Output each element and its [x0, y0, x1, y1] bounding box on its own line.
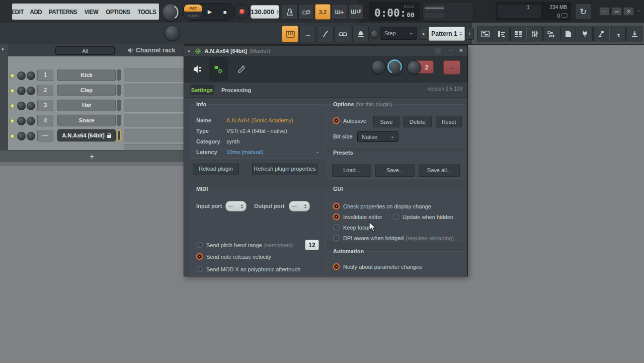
cpu-memory-panel[interactable]: 1 234 MB 0: [496, 2, 571, 21]
channel-number-button[interactable]: 2: [37, 84, 53, 96]
latency-expand-icon[interactable]: ▸: [316, 150, 319, 155]
channel-number-button[interactable]: —: [37, 129, 53, 141]
tab-processing[interactable]: Processing: [218, 85, 254, 95]
channel-name-button[interactable]: A.N.Ax64 [64bit]: [57, 129, 116, 141]
processing-tools-button[interactable]: [231, 57, 251, 81]
plugin-minimize-button[interactable]: −: [449, 47, 452, 53]
countdown-before-recording-button[interactable]: 3.2: [315, 4, 331, 20]
step-area[interactable]: [124, 129, 191, 143]
step-area[interactable]: [124, 99, 191, 113]
pattern-play-button[interactable]: ▸: [420, 28, 428, 40]
channel-rack-button[interactable]: [510, 26, 526, 42]
channel-number-button[interactable]: 1: [37, 69, 53, 81]
invalidate-editor-checkbox[interactable]: [333, 213, 340, 220]
song-mode-button[interactable]: SONG: [184, 12, 202, 19]
channel-pan-knob[interactable]: [17, 87, 26, 95]
sync-refresh-button[interactable]: ↻: [575, 4, 591, 20]
step-edit-button[interactable]: [352, 26, 369, 42]
add-channel-button[interactable]: +: [0, 150, 184, 163]
play-button[interactable]: ▶: [202, 5, 217, 19]
mixer-button[interactable]: [527, 26, 543, 42]
pan-knob[interactable]: [371, 60, 385, 74]
name-value[interactable]: A.N.Ax64 (Sonic Academy): [226, 117, 293, 123]
menu-file[interactable]: FILE: [0, 8, 5, 16]
plugin-gear-icon[interactable]: [195, 48, 201, 54]
detach-button[interactable]: [435, 48, 441, 54]
autosave-checkbox[interactable]: [333, 117, 340, 124]
shuttle-knob[interactable]: [165, 25, 180, 41]
step-area[interactable]: [124, 114, 191, 128]
plugin-editor-button[interactable]: [188, 57, 207, 81]
channel-number-button[interactable]: 4: [37, 114, 53, 126]
plugin-picker-button[interactable]: [577, 26, 593, 42]
step-area[interactable]: [124, 84, 191, 98]
plugin-collapse-icon[interactable]: ▸: [188, 48, 191, 53]
pattern-mode-button[interactable]: PAT: [184, 5, 202, 12]
channel-select-indicator[interactable]: [117, 130, 121, 141]
channel-enable-led[interactable]: [10, 104, 15, 108]
step-mode-dropdown[interactable]: Step ▸: [380, 27, 417, 40]
output-monitor-panel[interactable]: [422, 2, 473, 22]
close-button[interactable]: ✕: [623, 7, 634, 16]
touch-controller-button[interactable]: [610, 26, 626, 42]
refresh-plugin-properties-button[interactable]: Refresh plugin properties: [252, 162, 317, 175]
dpi-aware-checkbox[interactable]: [333, 235, 340, 241]
stop-button[interactable]: ■: [217, 5, 232, 19]
channel-pan-knob[interactable]: [17, 117, 26, 125]
menu-add[interactable]: ADD: [30, 8, 41, 16]
pitch-bend-value[interactable]: 12: [305, 240, 319, 250]
toolbar-overflow-chevron[interactable]: ›: [638, 8, 639, 14]
channel-enable-led[interactable]: [10, 119, 15, 123]
blend-knob[interactable]: [370, 30, 379, 38]
step-area[interactable]: [124, 68, 191, 83]
channel-vol-knob[interactable]: [27, 71, 35, 80]
track-button[interactable]: ---: [443, 60, 460, 75]
channel-rack-title[interactable]: Channel rack: [136, 47, 176, 54]
pat-song-toggle[interactable]: PAT SONG: [184, 5, 202, 19]
playlist-button[interactable]: [477, 26, 493, 42]
mod-x-checkbox[interactable]: [196, 266, 203, 272]
notify-parameter-checkbox[interactable]: [333, 263, 340, 270]
browser-button[interactable]: [543, 26, 559, 42]
record-button[interactable]: [234, 4, 250, 19]
typing-keyboard-panel-button[interactable]: [626, 26, 642, 42]
piano-roll-button[interactable]: [494, 26, 510, 42]
overdub-button[interactable]: Ш+: [332, 4, 347, 20]
update-when-hidden-checkbox[interactable]: [392, 213, 399, 220]
channel-vol-knob[interactable]: [27, 87, 35, 95]
reset-preset-button[interactable]: Reset: [436, 116, 462, 127]
latency-value[interactable]: 10ms (manual): [226, 149, 263, 155]
channel-enable-led[interactable]: [10, 134, 15, 138]
channel-number-button[interactable]: 3: [37, 99, 53, 111]
minimize-button[interactable]: −: [599, 7, 610, 16]
input-port-spinner[interactable]: —: [225, 201, 247, 211]
channel-select-indicator[interactable]: [117, 100, 121, 111]
link-button[interactable]: [335, 26, 351, 42]
save-preset-button[interactable]: Save: [373, 116, 399, 127]
loop-record-button[interactable]: Ш↺: [348, 4, 364, 20]
add-pattern-button[interactable]: +: [465, 28, 474, 40]
check-properties-checkbox[interactable]: [333, 203, 340, 209]
volume-knob[interactable]: [386, 58, 403, 75]
mic-recording-button[interactable]: [593, 26, 609, 42]
channel-name-button[interactable]: Clap: [57, 84, 116, 96]
metronome-button[interactable]: [282, 4, 297, 20]
maximize-button[interactable]: ▭: [611, 7, 622, 16]
channel-pan-knob[interactable]: [17, 71, 26, 80]
note-release-checkbox[interactable]: [196, 253, 203, 260]
channel-name-button[interactable]: Snare: [57, 114, 116, 126]
save-all-presets-button[interactable]: Save all...: [419, 164, 460, 177]
reload-plugin-button[interactable]: Reload plugin: [193, 162, 239, 175]
output-port-spinner[interactable]: —: [289, 201, 310, 211]
pitch-bend-checkbox[interactable]: [196, 242, 203, 248]
menu-view[interactable]: VIEW: [85, 8, 98, 16]
tempo-spinner[interactable]: [276, 10, 279, 14]
channel-enable-led[interactable]: [10, 74, 15, 78]
plugin-close-button[interactable]: ✕: [459, 47, 463, 54]
channel-pan-knob[interactable]: [17, 132, 26, 140]
plugin-titlebar[interactable]: ▸ A.N.Ax64 [64bit] (Master) − ✕: [184, 46, 467, 56]
main-volume-knob[interactable]: [162, 4, 180, 21]
wait-for-input-button[interactable]: [298, 4, 314, 20]
menu-tools[interactable]: TOOLS: [137, 8, 156, 16]
keep-focus-checkbox[interactable]: [333, 224, 340, 231]
